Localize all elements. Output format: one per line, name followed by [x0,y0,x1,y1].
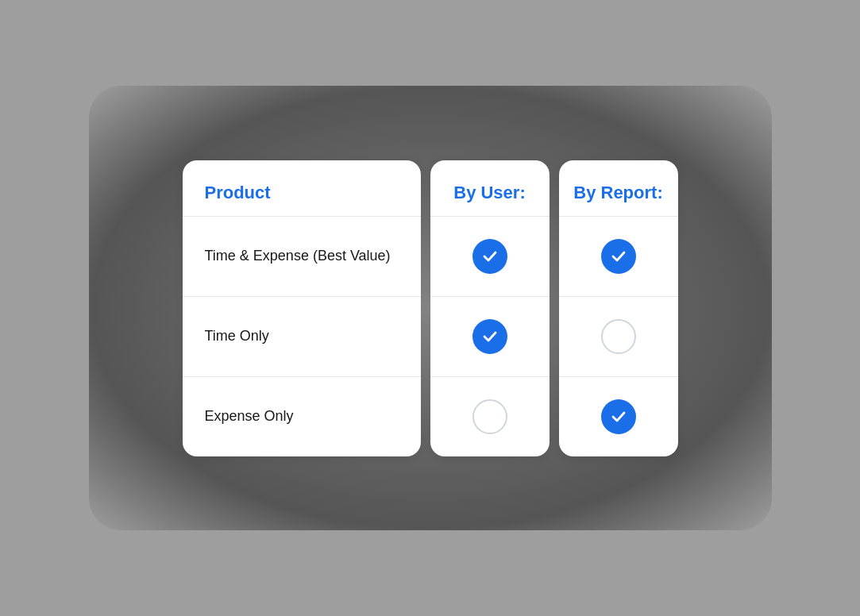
row-expense-only-report[interactable] [559,377,678,456]
row-time-expense-product: Time & Expense (Best Value) [183,217,421,296]
check-filled-time-expense-report [601,239,636,274]
row-time-expense-report[interactable] [559,217,678,296]
row-time-only-user[interactable] [430,297,550,376]
by-report-header: By Report: [559,160,678,216]
check-filled-time-only-user [472,319,507,354]
product-label-time-expense: Time & Expense (Best Value) [205,246,391,265]
row-expense-only-user[interactable] [430,377,550,456]
checkmark-icon [609,407,628,426]
row-time-only-report[interactable] [559,297,678,376]
comparison-table: Product Time & Expense (Best Value) Time… [183,160,678,456]
by-user-header: By User: [430,160,550,216]
product-column: Product Time & Expense (Best Value) Time… [183,160,421,456]
checkmark-icon [480,247,499,266]
check-empty-time-only-report [601,319,636,354]
row-time-only-product: Time Only [183,297,421,376]
by-user-column: By User: [430,160,550,456]
row-time-expense-user[interactable] [430,217,550,296]
product-label-expense-only: Expense Only [205,406,294,425]
check-filled-time-expense-user [472,239,507,274]
row-expense-only-product: Expense Only [183,377,421,456]
checkmark-icon [609,247,628,266]
check-empty-expense-only-user [472,399,507,434]
product-header: Product [183,160,421,216]
product-label-time-only: Time Only [205,326,269,345]
by-report-column: By Report: [559,160,678,456]
checkmark-icon [480,327,499,346]
background-shadow: Product Time & Expense (Best Value) Time… [89,86,772,530]
check-filled-expense-only-report [601,399,636,434]
